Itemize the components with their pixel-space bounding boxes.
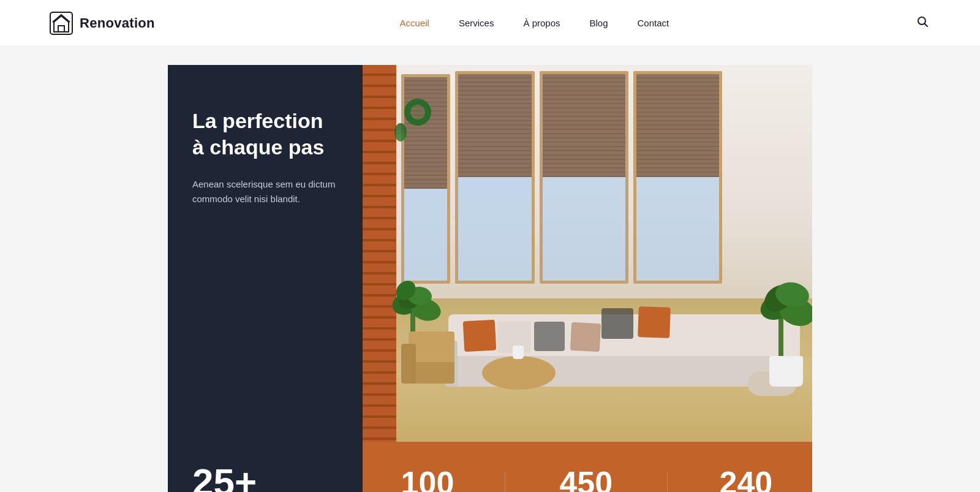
nav-contact[interactable]: Contact [638, 18, 669, 28]
nav-a-propos[interactable]: À propos [523, 18, 560, 28]
stat-divider-1 [505, 471, 505, 492]
logo[interactable]: Renovation [49, 11, 155, 36]
hero-left-panel: La perfection à chaque pas Aenean sceler… [168, 65, 363, 442]
nav-services[interactable]: Services [459, 18, 494, 28]
years-number: 25+ [192, 463, 257, 492]
clients-number: 450 [554, 467, 617, 493]
logo-icon [49, 11, 74, 36]
logo-text: Renovation [80, 15, 155, 31]
hero-title: La perfection à chaque pas [192, 108, 338, 160]
nav-blog[interactable]: Blog [590, 18, 608, 28]
awards-number: 100 [399, 467, 456, 493]
main-nav: Accueil Services À propos Blog Contact [400, 18, 669, 28]
stat-awards: 100 Prix remportés [399, 467, 456, 493]
stats-section: 25+ Années d'expérience 100 Prix remport… [168, 442, 812, 492]
stat-clients: 450 Clients satisfaits [554, 467, 617, 493]
room-image [363, 65, 812, 442]
stat-divider-2 [667, 471, 668, 492]
nav-accueil[interactable]: Accueil [400, 18, 429, 28]
svg-line-2 [925, 24, 928, 27]
hero-section: La perfection à chaque pas Aenean sceler… [168, 65, 812, 442]
stat-years: 25+ Années d'expérience [168, 442, 363, 492]
stats-orange-bar: 100 Prix remportés 450 Clients satisfait… [363, 442, 812, 492]
hero-description: Aenean scelerisque sem eu dictum commodo… [192, 177, 338, 206]
hero-image [363, 65, 812, 442]
search-icon [916, 15, 929, 28]
stat-projects: 240 Projets réalisés [717, 467, 775, 493]
search-button[interactable] [914, 13, 931, 33]
projects-number: 240 [717, 467, 775, 493]
site-header: Renovation Accueil Services À propos Blo… [0, 0, 980, 47]
